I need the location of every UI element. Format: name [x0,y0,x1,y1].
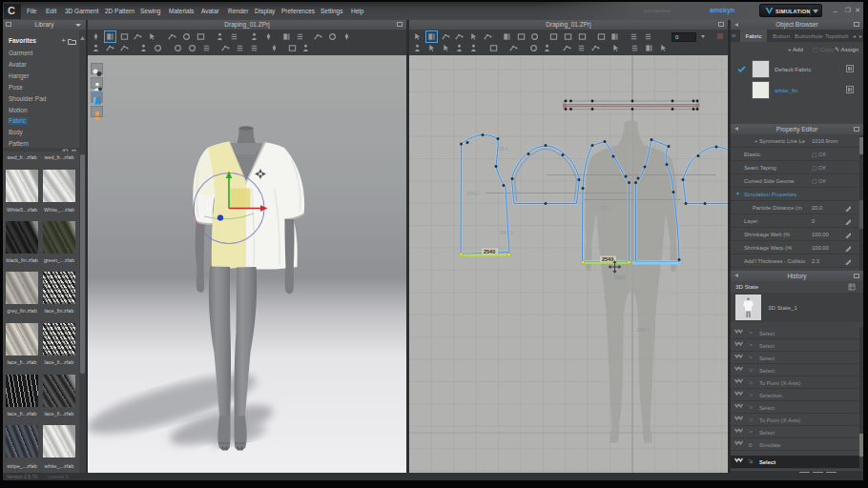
svg-text:368.1: 368.1 [600,206,611,211]
svg-text:1064.2: 1064.2 [500,231,513,235]
svg-text:2540: 2540 [602,256,613,262]
svg-text:2540: 2540 [484,249,495,254]
svg-text:500.0: 500.0 [614,275,626,280]
svg-text:1068.4: 1068.4 [636,328,650,333]
svg-text:1064.2: 1064.2 [466,192,480,196]
